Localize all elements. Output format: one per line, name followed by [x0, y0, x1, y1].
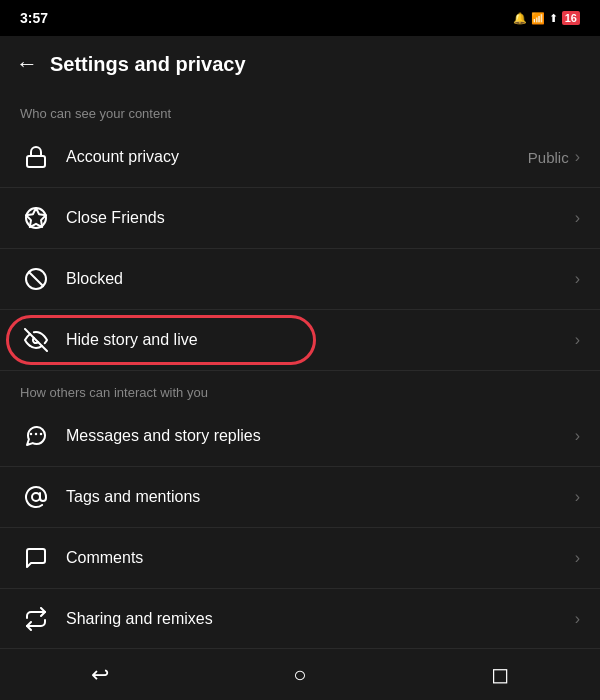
nav-home-button[interactable]: ○	[278, 653, 322, 697]
menu-item-hide-story[interactable]: Hide story and live ›	[0, 310, 600, 371]
wifi-icon: ⬆	[549, 12, 558, 25]
account-privacy-label: Account privacy	[66, 148, 528, 166]
menu-item-sharing[interactable]: Sharing and remixes ›	[0, 589, 600, 648]
svg-rect-0	[27, 156, 45, 167]
comment-icon	[20, 542, 52, 574]
chevron-icon: ›	[575, 549, 580, 567]
sharing-icon	[20, 603, 52, 635]
page-title: Settings and privacy	[50, 53, 246, 76]
message-icon	[20, 420, 52, 452]
menu-item-comments[interactable]: Comments ›	[0, 528, 600, 589]
tags-label: Tags and mentions	[66, 488, 575, 506]
svg-line-4	[29, 272, 43, 286]
nav-recent-button[interactable]: ◻	[478, 653, 522, 697]
menu-item-account-privacy[interactable]: Account privacy Public ›	[0, 127, 600, 188]
battery-indicator: 16	[562, 11, 580, 25]
status-bar: 3:57 🔔 📶 ⬆ 16	[0, 0, 600, 36]
messages-label: Messages and story replies	[66, 427, 575, 445]
chevron-icon: ›	[575, 488, 580, 506]
back-button[interactable]: ←	[16, 53, 38, 75]
blocked-label: Blocked	[66, 270, 575, 288]
account-privacy-value: Public	[528, 149, 569, 166]
notification-icon: 🔔	[513, 12, 527, 25]
at-icon	[20, 481, 52, 513]
hide-story-label: Hide story and live	[66, 331, 575, 349]
header: ← Settings and privacy	[0, 36, 600, 92]
phone-container: 3:57 🔔 📶 ⬆ 16 ← Settings and privacy Who…	[0, 0, 600, 700]
content-area: Who can see your content Account privacy…	[0, 92, 600, 648]
chevron-icon: ›	[575, 610, 580, 628]
sharing-label: Sharing and remixes	[66, 610, 575, 628]
menu-item-blocked[interactable]: Blocked ›	[0, 249, 600, 310]
hide-story-icon	[20, 324, 52, 356]
section-label-1: Who can see your content	[0, 92, 600, 127]
chevron-icon: ›	[575, 331, 580, 349]
menu-item-tags[interactable]: Tags and mentions ›	[0, 467, 600, 528]
nav-back-button[interactable]: ↩	[78, 653, 122, 697]
chevron-icon: ›	[575, 270, 580, 288]
close-friends-label: Close Friends	[66, 209, 575, 227]
comments-label: Comments	[66, 549, 575, 567]
menu-item-close-friends[interactable]: Close Friends ›	[0, 188, 600, 249]
bottom-nav: ↩ ○ ◻	[0, 648, 600, 700]
svg-point-6	[32, 493, 40, 501]
signal-icon: 📶	[531, 12, 545, 25]
chevron-icon: ›	[575, 148, 580, 166]
section-label-2: How others can interact with you	[0, 371, 600, 406]
chevron-icon: ›	[575, 209, 580, 227]
status-icons: 🔔 📶 ⬆ 16	[513, 11, 580, 25]
chevron-icon: ›	[575, 427, 580, 445]
menu-item-messages[interactable]: Messages and story replies ›	[0, 406, 600, 467]
lock-icon	[20, 141, 52, 173]
blocked-icon	[20, 263, 52, 295]
star-icon	[20, 202, 52, 234]
status-time: 3:57	[20, 10, 48, 26]
